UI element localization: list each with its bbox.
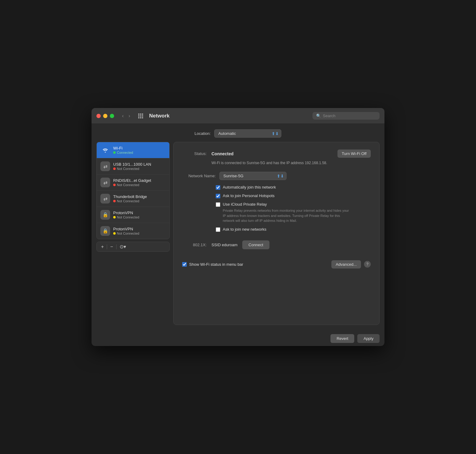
bottom-actions: Revert Apply [92, 330, 384, 346]
rndis-status-dot [113, 184, 116, 186]
thunderbolt-icon-container: ⇄ [100, 194, 110, 204]
rndis-icon-container: ⇄ [100, 178, 110, 187]
add-network-button[interactable]: + [99, 243, 106, 250]
show-wifi-label[interactable]: Show Wi-Fi status in menu bar [189, 262, 243, 267]
rndis-item-status: Not Connected [113, 183, 151, 187]
sidebar-list: Wi-Fi Connected ⇄ USB 10/1...1000 LAN [96, 142, 170, 239]
usb-status-text: Not Connected [117, 167, 139, 171]
turn-wifi-off-button[interactable]: Turn Wi-Fi Off [337, 150, 371, 158]
thunderbolt-item-status: Not Connected [113, 199, 147, 203]
sidebar-item-wifi[interactable]: Wi-Fi Connected [97, 142, 169, 158]
more-options-button[interactable]: ⊙▾ [118, 243, 128, 250]
auto-join-label[interactable]: Automatically join this network [223, 185, 276, 189]
search-input[interactable] [323, 114, 376, 118]
protonvpn2-status-text: Not Connected [117, 232, 139, 235]
network-name-label: Network Name: [182, 174, 216, 178]
revert-button[interactable]: Revert [330, 334, 354, 343]
footer-row: Show Wi-Fi status in menu bar Advanced..… [182, 260, 371, 268]
usb-item-name: USB 10/1...1000 LAN [113, 162, 151, 167]
sidebar-item-rndis[interactable]: ⇄ RNDIS/Et...et Gadget Not Connected [97, 175, 169, 191]
location-select-wrapper[interactable]: Automatic ⬆⬇ [214, 129, 281, 138]
ethernet-icon: ⇄ [103, 164, 107, 169]
lock-icon: 🔒 [103, 212, 108, 218]
auto-join-row: Automatically join this network [216, 185, 371, 190]
rndis-icon: ⇄ [103, 180, 107, 186]
usb-status-dot [113, 168, 116, 170]
maximize-button[interactable] [110, 114, 114, 118]
location-bar: Location: Automatic ⬆⬇ [92, 124, 384, 142]
usb-item-status: Not Connected [113, 167, 151, 171]
wifi-icon [102, 147, 108, 153]
new-networks-label[interactable]: Ask to join new networks [223, 227, 266, 232]
protonvpn2-status-dot [113, 232, 116, 235]
minimize-button[interactable] [103, 114, 107, 118]
wifi-icon-container [100, 145, 110, 155]
protonvpn1-item-text: ProtonVPN Not Connected [113, 211, 139, 219]
titlebar: ‹ › Network 🔍 [92, 108, 384, 124]
show-wifi-row: Show Wi-Fi status in menu bar [182, 262, 243, 267]
connect-button[interactable]: Connect [242, 240, 269, 249]
search-icon: 🔍 [316, 114, 321, 118]
grid-icon[interactable] [138, 114, 143, 118]
usb-item-text: USB 10/1...1000 LAN Not Connected [113, 162, 151, 171]
personal-hotspot-row: Ask to join Personal Hotspots [216, 193, 371, 198]
search-box[interactable]: 🔍 [312, 112, 380, 120]
network-name-select-wrapper[interactable]: Sunrise-5G ⬆⬇ [219, 172, 287, 180]
private-relay-checkbox[interactable] [216, 202, 220, 207]
remove-network-button[interactable]: − [108, 243, 115, 250]
wifi-item-status: Connected [113, 151, 133, 154]
protonvpn2-item-status: Not Connected [113, 232, 139, 235]
wifi-status-text: Connected [117, 151, 133, 154]
thunderbolt-status-text: Not Connected [117, 199, 139, 203]
show-wifi-checkbox[interactable] [182, 262, 187, 267]
sidebar-item-thunderbolt[interactable]: ⇄ Thunderbolt Bridge Not Connected [97, 191, 169, 207]
new-networks-checkbox[interactable] [216, 227, 220, 232]
lock2-icon: 🔒 [103, 228, 108, 234]
private-relay-row: Use iCloud Private Relay Private Relay p… [216, 202, 371, 223]
sidebar: Wi-Fi Connected ⇄ USB 10/1...1000 LAN [96, 142, 170, 325]
protonvpn1-item-name: ProtonVPN [113, 211, 139, 215]
network-name-select[interactable]: Sunrise-5G [219, 172, 287, 180]
protonvpn1-item-status: Not Connected [113, 215, 139, 219]
dot8021x-value: SSID eduroam [211, 243, 237, 247]
sidebar-divider [107, 244, 107, 249]
private-relay-label[interactable]: Use iCloud Private Relay [223, 202, 267, 207]
forward-button[interactable]: › [127, 113, 132, 119]
close-button[interactable] [96, 114, 101, 118]
thunderbolt-icon: ⇄ [103, 196, 107, 202]
protonvpn1-status-text: Not Connected [117, 215, 139, 219]
thunderbolt-status-dot [113, 200, 116, 202]
private-relay-description: Private Relay prevents networks from mon… [223, 208, 351, 223]
window-title: Network [149, 113, 309, 119]
sidebar-item-protonvpn1[interactable]: 🔒 ProtonVPN Not Connected [97, 207, 169, 223]
personal-hotspot-checkbox[interactable] [216, 194, 220, 198]
sidebar-divider2 [116, 244, 117, 249]
network-name-row: Network Name: Sunrise-5G ⬆⬇ [182, 172, 371, 180]
nav-buttons: ‹ › [120, 113, 132, 119]
protonvpn1-status-dot [113, 216, 116, 218]
advanced-button[interactable]: Advanced... [331, 260, 361, 268]
status-description: Wi-Fi is connected to Sunrise-5G and has… [211, 160, 371, 166]
protonvpn1-icon-container: 🔒 [100, 210, 110, 220]
help-button[interactable]: ? [364, 261, 371, 268]
checkboxes-section: Automatically join this network Ask to j… [216, 185, 371, 232]
location-select[interactable]: Automatic [214, 129, 281, 138]
protonvpn2-item-text: ProtonVPN Not Connected [113, 227, 139, 235]
protonvpn2-item-name: ProtonVPN [113, 227, 139, 231]
personal-hotspot-label[interactable]: Ask to join Personal Hotspots [223, 193, 275, 198]
dot8021x-label: 802.1X: [182, 243, 207, 247]
sidebar-item-protonvpn2[interactable]: 🔒 ProtonVPN Not Connected [97, 223, 169, 239]
wifi-item-text: Wi-Fi Connected [113, 146, 133, 154]
wifi-status-dot [113, 151, 116, 154]
status-row: Status: Connected Turn Wi-Fi Off [182, 150, 371, 158]
system-preferences-window: ‹ › Network 🔍 Location: Automatic ⬆⬇ [92, 108, 384, 346]
apply-button[interactable]: Apply [357, 334, 380, 343]
status-label: Status: [182, 151, 207, 156]
rndis-status-text: Not Connected [117, 183, 139, 187]
main-content: Wi-Fi Connected ⇄ USB 10/1...1000 LAN [92, 142, 384, 330]
sidebar-item-usb[interactable]: ⇄ USB 10/1...1000 LAN Not Connected [97, 158, 169, 175]
back-button[interactable]: ‹ [120, 113, 125, 119]
thunderbolt-item-name: Thunderbolt Bridge [113, 194, 147, 199]
main-panel: Status: Connected Turn Wi-Fi Off Wi-Fi i… [173, 142, 380, 325]
auto-join-checkbox[interactable] [216, 185, 220, 190]
